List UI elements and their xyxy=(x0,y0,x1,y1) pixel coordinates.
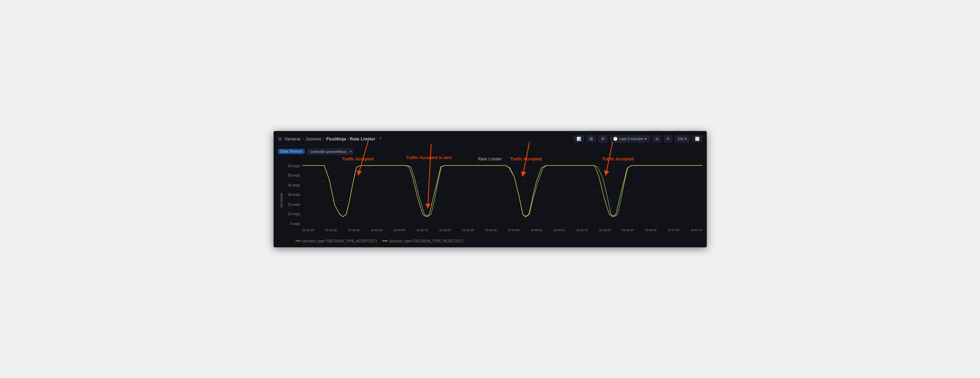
x-tick-13: 15:46:30 xyxy=(599,229,611,232)
x-axis: 15:44:20 15:44:30 15:44:40 15:44:50 15:4… xyxy=(302,227,702,237)
legend-item-rejected: {decision_type="DECISION_TYPE_REJECTED"} xyxy=(382,239,463,243)
chart-type-btn[interactable]: 📊 xyxy=(574,135,584,143)
chart-area: Decisions 60 req/s 50 req/s 40 req/s 30 … xyxy=(278,163,702,237)
panel-header-right: 📊 🖫 ⚙ 🕐 Last 3 minutes ▾ ⊖ ↻ 10s ▾ ⬜ xyxy=(574,135,702,143)
chevron-down-icon: ▾ xyxy=(645,137,647,141)
refresh-interval-label: 10s xyxy=(678,137,684,141)
x-tick-1: 15:44:30 xyxy=(325,229,337,232)
breadcrumb-jsonnet[interactable]: Jsonnet xyxy=(305,137,321,141)
time-range-label: Last 3 minutes xyxy=(619,137,644,141)
zoom-out-btn[interactable]: ⊖ xyxy=(653,135,661,143)
datasource-select-wrap[interactable]: controller-prometheus xyxy=(307,148,353,155)
grafana-panel: ⊞ General / Jsonnet / FluxNinja - Rate L… xyxy=(274,131,707,248)
x-tick-8: 15:45:40 xyxy=(485,229,496,232)
y-axis-label: Decisions xyxy=(278,163,285,237)
tv-mode-btn[interactable]: ⬜ xyxy=(692,135,702,143)
chart-svg-wrap xyxy=(302,163,702,227)
x-tick-0: 15:44:20 xyxy=(302,229,314,232)
panel-header: ⊞ General / Jsonnet / FluxNinja - Rate L… xyxy=(278,135,702,146)
y-tick-20: 20 req/s xyxy=(288,203,300,206)
x-tick-17: 15:47:10 xyxy=(690,229,702,232)
x-tick-9: 15:45:50 xyxy=(508,229,520,232)
refresh-btn[interactable]: ↻ xyxy=(664,135,672,143)
y-tick-50: 50 req/s xyxy=(288,174,300,177)
y-tick-60: 60 req/s xyxy=(288,164,300,168)
y-axis: 60 req/s 50 req/s 40 req/s 30 req/s 20 r… xyxy=(285,163,302,227)
y-tick-10: 10 req/s xyxy=(288,212,300,216)
y-tick-0: 0 req/s xyxy=(290,222,300,226)
datasource-select[interactable]: controller-prometheus xyxy=(307,149,353,155)
y-tick-30: 30 req/s xyxy=(288,193,300,197)
x-tick-15: 15:46:50 xyxy=(644,229,656,232)
x-tick-3: 15:44:50 xyxy=(371,229,382,232)
x-tick-11: 15:46:10 xyxy=(553,229,565,232)
chart-container: Rate Limiter Decisions 60 req/s 50 req/s… xyxy=(278,157,702,243)
x-tick-5: 15:45:10 xyxy=(416,229,428,232)
chart-title: Rate Limiter xyxy=(278,157,702,161)
annotation-arrows-svg xyxy=(302,163,702,227)
legend-label-accepted: {decision_type="DECISION_TYPE_ACCEPTED"} xyxy=(302,239,377,243)
x-tick-14: 15:46:40 xyxy=(622,229,634,232)
y-tick-40: 40 req/s xyxy=(288,183,300,187)
x-tick-2: 15:44:40 xyxy=(348,229,360,232)
datasource-label: Data Source xyxy=(278,149,305,154)
share-icon[interactable]: ⇡ xyxy=(379,137,382,141)
legend: {decision_type="DECISION_TYPE_ACCEPTED"}… xyxy=(278,237,702,243)
clock-icon: 🕐 xyxy=(613,137,618,141)
chart-inner: 60 req/s 50 req/s 40 req/s 30 req/s 20 r… xyxy=(285,163,702,237)
x-tick-12: 15:46:20 xyxy=(576,229,588,232)
x-tick-16: 15:47:00 xyxy=(668,229,679,232)
grid-icon: ⊞ xyxy=(278,136,282,141)
legend-item-accepted: {decision_type="DECISION_TYPE_ACCEPTED"} xyxy=(296,239,377,243)
legend-color-accepted xyxy=(296,241,301,241)
datasource-row: Data Source controller-prometheus xyxy=(278,148,702,155)
refresh-interval-btn[interactable]: 10s ▾ xyxy=(675,135,690,143)
breadcrumb-general[interactable]: General xyxy=(285,137,300,141)
breadcrumb: ⊞ General / Jsonnet / FluxNinja - Rate L… xyxy=(278,136,382,141)
x-tick-7: 15:45:30 xyxy=(462,229,474,232)
settings-btn[interactable]: ⚙ xyxy=(598,135,607,143)
save-dashboard-btn[interactable]: 🖫 xyxy=(587,135,596,142)
x-tick-4: 15:45:00 xyxy=(393,229,405,232)
x-tick-10: 15:46:00 xyxy=(530,229,542,232)
legend-label-rejected: {decision_type="DECISION_TYPE_REJECTED"} xyxy=(389,239,463,243)
time-range-btn[interactable]: 🕐 Last 3 minutes ▾ xyxy=(610,135,650,143)
chevron-refresh-icon: ▾ xyxy=(685,137,687,141)
legend-color-rejected xyxy=(382,241,388,241)
x-tick-6: 15:45:20 xyxy=(439,229,451,232)
